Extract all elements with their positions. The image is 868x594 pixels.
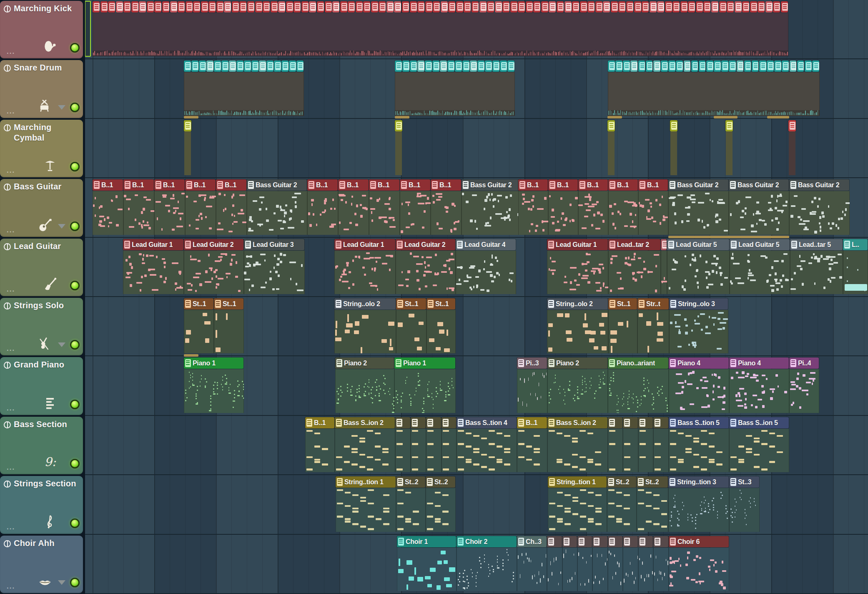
chevron-down-icon[interactable] — [58, 580, 65, 585]
pattern-clip[interactable]: St..2 — [396, 476, 425, 488]
pattern-clip[interactable]: Bass Guitar 2 — [729, 179, 789, 191]
pattern-clip[interactable]: Choir 1 — [397, 536, 456, 547]
pattern-clip[interactable] — [139, 1, 146, 13]
pattern-clip[interactable] — [417, 60, 424, 72]
pattern-clip[interactable] — [634, 1, 641, 13]
pattern-clip[interactable] — [735, 1, 742, 13]
pattern-clip[interactable]: Lead Guitar 5 — [730, 239, 790, 250]
pattern-clip[interactable]: Bass S..ion 2 — [335, 417, 395, 428]
pattern-clip[interactable] — [668, 60, 675, 72]
pattern-clip[interactable] — [356, 1, 363, 13]
pattern-clip[interactable]: B..1 — [305, 417, 334, 428]
track-header-choir-ahh[interactable]: Choir Ahh... — [0, 536, 83, 593]
pattern-clip[interactable]: B..1 — [578, 179, 608, 191]
pattern-clip[interactable] — [742, 1, 749, 13]
pattern-clip[interactable] — [100, 1, 108, 13]
pattern-clip[interactable] — [773, 1, 780, 13]
pattern-clip[interactable] — [433, 1, 440, 13]
pattern-clip[interactable]: Bass S..tion 4 — [457, 417, 517, 428]
track-mode-icon[interactable] — [4, 540, 11, 547]
pattern-clip[interactable] — [395, 120, 402, 131]
pattern-clip[interactable] — [646, 60, 653, 72]
pattern-clip[interactable] — [615, 60, 622, 72]
pattern-clip-body[interactable] — [517, 369, 547, 413]
pattern-clip-body[interactable] — [394, 369, 456, 413]
pattern-clip-body[interactable] — [307, 191, 338, 235]
pattern-clip-body[interactable] — [457, 548, 517, 591]
pattern-clip[interactable]: Piano 2 — [335, 357, 394, 369]
pattern-clip[interactable] — [294, 1, 301, 13]
pattern-clip[interactable] — [394, 1, 401, 13]
pattern-clip-body[interactable] — [623, 548, 638, 591]
pattern-clip[interactable] — [767, 60, 774, 72]
pattern-clip[interactable] — [603, 1, 610, 13]
pattern-clip[interactable]: St..2 — [607, 476, 636, 488]
pattern-clip-body[interactable] — [608, 429, 623, 472]
pattern-clip[interactable]: B..1 — [338, 179, 369, 191]
pattern-clip[interactable]: B..1 — [154, 179, 185, 191]
pattern-clip[interactable] — [184, 120, 191, 131]
pattern-clip-body[interactable] — [729, 488, 760, 532]
pattern-clip[interactable]: Pi..3 — [517, 357, 547, 369]
pattern-clip[interactable]: String..olo 3 — [669, 298, 728, 310]
pattern-clip[interactable]: B..1 — [431, 179, 461, 191]
pattern-clip-body[interactable] — [637, 488, 668, 532]
pattern-clip[interactable] — [721, 60, 728, 72]
pattern-clip-body[interactable] — [653, 429, 669, 472]
pattern-clip-body[interactable] — [729, 191, 789, 235]
track-header-bass-section[interactable]: Bass Section...9: — [0, 417, 83, 474]
pattern-clip[interactable] — [386, 1, 394, 13]
track-header-snare-drum[interactable]: Snare Drum... — [0, 60, 83, 118]
pattern-clip-body[interactable] — [669, 548, 729, 591]
pattern-clip[interactable]: Bass Guitar 2 — [789, 179, 849, 191]
pattern-clip[interactable] — [216, 1, 223, 13]
pattern-clip-body[interactable] — [395, 429, 411, 472]
pattern-clip[interactable] — [533, 1, 540, 13]
track-enable-led[interactable] — [70, 518, 80, 528]
pattern-clip-body[interactable] — [577, 548, 592, 591]
pattern-clip-body[interactable] — [518, 191, 548, 235]
pattern-clip-body[interactable] — [592, 548, 608, 591]
pattern-clip[interactable] — [479, 1, 487, 13]
pattern-clip[interactable] — [564, 1, 572, 13]
pattern-clip[interactable] — [425, 60, 432, 72]
pattern-clip-body[interactable] — [123, 251, 184, 294]
pattern-clip[interactable] — [805, 60, 812, 72]
pattern-clip[interactable] — [788, 120, 796, 131]
pattern-clip[interactable] — [402, 60, 409, 72]
track-mode-icon[interactable] — [4, 243, 11, 250]
pattern-clip[interactable] — [638, 536, 653, 547]
pattern-clip[interactable] — [711, 1, 718, 13]
pattern-clip-body[interactable] — [123, 191, 154, 235]
pattern-clip-body[interactable] — [335, 429, 395, 472]
pattern-clip-body[interactable] — [548, 191, 578, 235]
pattern-clip-body[interactable] — [729, 429, 789, 472]
pattern-clip[interactable]: St..3 — [729, 476, 759, 488]
pattern-clip[interactable] — [653, 536, 668, 547]
pattern-clip[interactable] — [442, 417, 456, 428]
pattern-clip[interactable] — [812, 60, 819, 72]
pattern-clip-body[interactable] — [608, 72, 820, 116]
pattern-clip[interactable] — [549, 1, 556, 13]
pattern-clip-body[interactable] — [789, 369, 819, 413]
pattern-clip[interactable] — [274, 60, 281, 72]
pattern-clip[interactable] — [608, 536, 622, 547]
pattern-clip[interactable] — [462, 60, 469, 72]
pattern-clip[interactable] — [208, 1, 216, 13]
pattern-clip[interactable] — [447, 60, 454, 72]
pattern-clip[interactable] — [623, 536, 638, 547]
pattern-clip[interactable]: Piano 4 — [669, 357, 729, 369]
track-header-lead-guitar[interactable]: Lead Guitar... — [0, 239, 83, 296]
pattern-clip[interactable]: B..1 — [517, 417, 547, 428]
pattern-clip[interactable] — [206, 60, 213, 72]
pattern-clip[interactable] — [642, 1, 649, 13]
pattern-clip[interactable] — [221, 60, 228, 72]
track-header-bass-guitar[interactable]: Bass Guitar... — [0, 179, 83, 237]
pattern-clip[interactable] — [638, 417, 653, 428]
pattern-clip[interactable] — [278, 1, 285, 13]
pattern-clip[interactable] — [147, 1, 154, 13]
pattern-clip-body[interactable] — [214, 310, 244, 353]
pattern-clip-body[interactable] — [462, 191, 522, 235]
pattern-clip[interactable] — [162, 1, 169, 13]
pattern-clip[interactable] — [623, 417, 638, 428]
